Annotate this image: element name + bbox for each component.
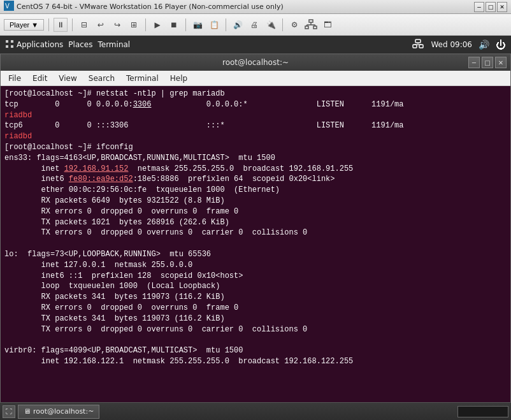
pause-button[interactable]: ⏸	[54, 18, 68, 32]
volume-icon[interactable]: 🔊	[479, 40, 489, 50]
line-6: [root@localhost ~]# ifconfig	[4, 142, 507, 153]
applications-menu[interactable]: Applications	[5, 40, 63, 50]
svg-rect-9	[6, 40, 8, 43]
network-icon[interactable]	[304, 18, 318, 32]
player-label: Player	[10, 21, 29, 29]
svg-rect-14	[413, 45, 417, 48]
stop-icon[interactable]: ⏹	[167, 18, 181, 32]
print-icon[interactable]: 🖨	[247, 18, 261, 32]
clipboard-icon[interactable]: 📋	[207, 18, 221, 32]
toolbar-separator-4	[185, 18, 186, 31]
toolbar-separator-6	[282, 18, 283, 31]
usb-icon[interactable]: 🔌	[264, 18, 278, 32]
applications-label: Applications	[17, 40, 63, 49]
line-12: RX errors 0 dropped 0 overruns 0 frame 0	[4, 206, 507, 217]
taskbar-terminal-button[interactable]: 🖥 root@localhost:~	[18, 405, 99, 419]
line-15	[4, 238, 507, 249]
line-19: loop txqueuelen 1000 (Local Loopback)	[4, 281, 507, 292]
taskbar-input[interactable]	[457, 406, 508, 417]
minimize-button[interactable]: −	[474, 2, 484, 12]
player-menu-button[interactable]: Player ▼	[4, 19, 44, 31]
terminal-maximize-button[interactable]: □	[482, 57, 493, 68]
svg-rect-11	[6, 45, 8, 48]
line-5: riadbd	[4, 131, 507, 142]
line-8: inet 192.168.91.152 netmask 255.255.255.…	[4, 164, 507, 175]
line-11: RX packets 6649 bytes 9321522 (8.8 MiB)	[4, 196, 507, 206]
vmware-toolbar: Player ▼ ⏸ ⊟ ↩ ↪ ⊞ ▶ ⏹ 📷 📋 🔊 🖨 🔌 ⚙ 🗔	[0, 14, 511, 36]
taskbar-right	[457, 406, 508, 417]
line-4: tcp6 0 0 :::3306 :::* LISTEN 1191/ma	[4, 120, 507, 131]
terminal-titlebar: root@localhost:~ − □ ✕	[1, 54, 510, 71]
gnome-status-area: Wed 09:06 🔊 ⏻	[412, 39, 506, 51]
line-9: inet6 fe80::ea9e:d52:18e5:8886 prefixlen…	[4, 174, 507, 185]
maximize-button[interactable]: □	[486, 2, 496, 12]
menu-file[interactable]: File	[3, 73, 26, 84]
undo-icon[interactable]: ↩	[94, 18, 108, 32]
line-23: TX errors 0 dropped 0 overruns 0 carrier…	[4, 324, 507, 335]
vmware-icon: V	[4, 1, 14, 13]
screen-icon: ⛶	[6, 408, 12, 415]
line-26: inet 192.168.122.1 netmask 255.255.255.0…	[4, 356, 507, 367]
view-icon[interactable]: ⊞	[127, 18, 141, 32]
toolbar-separator-2	[72, 18, 73, 31]
terminal-minimize-button[interactable]: −	[468, 57, 480, 68]
line-13: TX packets 1021 bytes 268916 (262.6 KiB)	[4, 217, 507, 228]
svg-rect-3	[305, 26, 308, 29]
svg-rect-12	[11, 45, 13, 48]
line-21: RX errors 0 dropped 0 overruns 0 frame 0	[4, 303, 507, 314]
svg-rect-2	[309, 20, 313, 22]
gnome-topbar: Applications Places Terminal Wed 09:06 🔊…	[0, 36, 511, 54]
line-20: RX packets 341 bytes 119073 (116.2 KiB)	[4, 292, 507, 303]
fullscreen-icon[interactable]: 🗔	[320, 18, 335, 32]
menu-view[interactable]: View	[54, 73, 82, 84]
line-3: riadbd	[4, 110, 507, 121]
titlebar-title: CentOS 7 64-bit - VMware Workstation 16 …	[17, 3, 474, 11]
menu-terminal[interactable]: Terminal	[121, 73, 164, 84]
toolbar-separator-5	[226, 18, 226, 31]
terminal-menu[interactable]: Terminal	[97, 40, 130, 49]
close-button[interactable]: ✕	[497, 2, 507, 12]
line-22: TX packets 341 bytes 119073 (116.2 KiB)	[4, 314, 507, 324]
svg-rect-10	[11, 40, 13, 43]
terminal-content[interactable]: [root@localhost ~]# netstat -ntlp | grep…	[1, 86, 510, 403]
svg-rect-13	[415, 40, 421, 43]
terminal-menubar: File Edit View Search Terminal Help	[1, 71, 510, 86]
terminal-title: root@localhost:~	[222, 58, 289, 67]
snapshot-icon[interactable]: 📷	[191, 18, 205, 32]
terminal-window: root@localhost:~ − □ ✕ File Edit View Se…	[0, 54, 511, 403]
line-16: lo: flags=73<UP,LOOPBACK,RUNNING> mtu 65…	[4, 249, 507, 260]
audio-icon[interactable]: 🔊	[231, 18, 245, 32]
terminal-controls: − □ ✕	[468, 57, 507, 68]
taskbar: ⛶ 🖥 root@localhost:~	[0, 402, 511, 420]
places-menu[interactable]: Places	[68, 40, 92, 49]
clock[interactable]: Wed 09:06	[431, 40, 472, 49]
play-icon[interactable]: ▶	[150, 18, 164, 32]
line-14: TX errors 0 dropped 0 overruns 0 carrier…	[4, 228, 507, 238]
line-18: inet6 ::1 prefixlen 128 scopeid 0x10<hos…	[4, 271, 507, 282]
svg-rect-4	[313, 26, 317, 29]
window-controls: − □ ✕	[474, 2, 507, 12]
line-24	[4, 335, 507, 345]
dropdown-arrow-icon: ▼	[31, 21, 38, 29]
svg-rect-15	[419, 45, 423, 48]
menu-help[interactable]: Help	[165, 73, 192, 84]
settings-icon[interactable]: ⚙	[287, 18, 301, 32]
svg-text:V: V	[5, 3, 10, 10]
menu-edit[interactable]: Edit	[27, 73, 52, 84]
menu-search[interactable]: Search	[83, 73, 120, 84]
redo-icon[interactable]: ↪	[110, 18, 124, 32]
taskbar-app-icon: 🖥	[24, 407, 31, 416]
power-icon[interactable]: ⏻	[496, 39, 506, 51]
line-17: inet 127.0.0.1 netmask 255.0.0.0	[4, 260, 507, 271]
line-25: virbr0: flags=4099<UP,BROADCAST,MULTICAS…	[4, 345, 507, 356]
terminal-close-button[interactable]: ✕	[495, 57, 507, 68]
toolbar-separator-1	[48, 18, 49, 31]
send-keys-icon[interactable]: ⊟	[77, 18, 91, 32]
line-7: ens33: flags=4163<UP,BROADCAST,RUNNING,M…	[4, 153, 507, 164]
network-status-icon[interactable]	[412, 39, 424, 51]
line-10: ether 00:0c:29:56:0c:fe txqueuelen 1000 …	[4, 185, 507, 196]
toolbar-separator-3	[145, 18, 146, 31]
screen-button[interactable]: ⛶	[3, 405, 15, 418]
taskbar-app-label: root@localhost:~	[33, 407, 94, 416]
app-menu-icon	[5, 40, 14, 50]
